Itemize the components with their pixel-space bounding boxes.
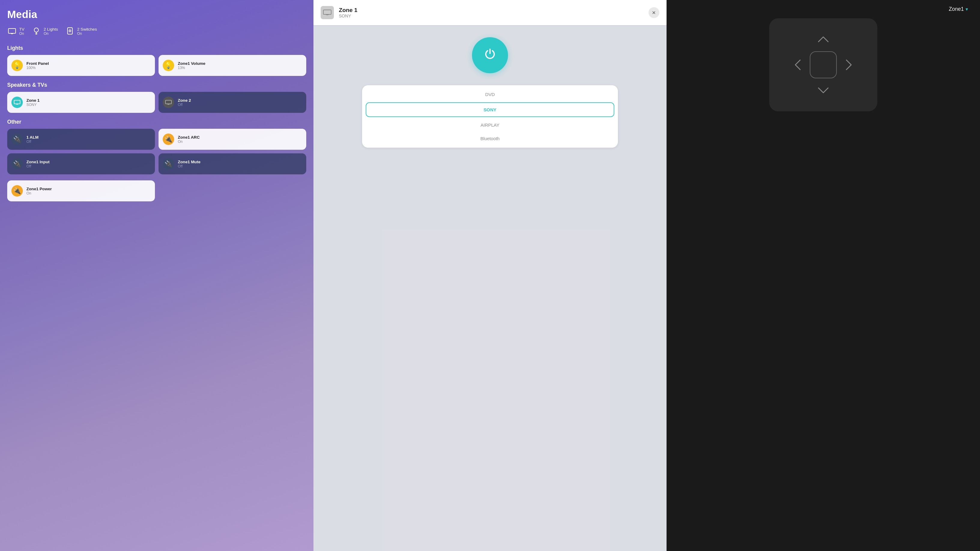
front-panel-name: Front Panel <box>26 61 49 66</box>
other-label: Other <box>7 119 306 125</box>
tv-name: TV <box>19 27 24 32</box>
zone1-input-card[interactable]: 🔌 Zone1 Input Off <box>7 153 155 175</box>
zone1-mute-name: Zone1 Mute <box>178 160 200 164</box>
power-button[interactable] <box>472 37 508 73</box>
modal-header: Zone 1 SONY ✕ <box>313 0 666 25</box>
chevron-down-icon: ▾ <box>966 6 968 12</box>
zone1-volume-name: Zone1 Volume <box>178 61 205 66</box>
zone1-modal: Zone 1 SONY ✕ DVD SONY AIRPLAY Bluetooth <box>313 0 666 551</box>
zone2-card[interactable]: Zone 2 Off <box>159 92 306 113</box>
svg-rect-13 <box>165 100 172 104</box>
zone1-arc-sub: On <box>178 140 200 144</box>
zone1-arc-name: Zone1 ARC <box>178 135 200 140</box>
switch-icon <box>65 26 75 36</box>
svg-point-3 <box>34 28 38 32</box>
zone1-sub: SONY <box>26 103 40 107</box>
zone1-volume-sub: 13% <box>178 66 205 70</box>
zone1-mute-card[interactable]: 🔌 Zone1 Mute Off <box>159 153 306 175</box>
plug-orange-icon-2: 🔌 <box>11 185 23 197</box>
tv-icon <box>7 26 17 36</box>
front-panel-sub: 100% <box>26 66 49 70</box>
zone1-input-sub: Off <box>26 164 49 168</box>
zone1-power-card[interactable]: 🔌 Zone1 Power On <box>7 180 155 202</box>
zone2-sub: Off <box>178 103 191 107</box>
status-tv[interactable]: TV On <box>7 26 24 36</box>
light-icon <box>32 26 41 36</box>
dpad-middle-row <box>789 51 858 78</box>
bulb-icon-2: 💡 <box>163 60 174 71</box>
source-sony[interactable]: SONY <box>366 102 614 117</box>
source-picker: DVD SONY AIRPLAY Bluetooth <box>362 85 617 148</box>
svg-rect-7 <box>68 28 72 34</box>
dpad-up-row <box>814 30 832 48</box>
modal-title: Zone 1 <box>339 7 643 14</box>
zone-label-text: Zone1 <box>949 6 964 12</box>
lights-sub: On <box>43 32 58 36</box>
alm-name: 1 ALM <box>26 135 38 140</box>
front-panel-card[interactable]: 💡 Front Panel 100% <box>7 55 155 76</box>
dpad <box>775 30 871 99</box>
modal-title-group: Zone 1 SONY <box>339 7 643 18</box>
tv-teal-icon <box>11 97 23 108</box>
plug-orange-icon-1: 🔌 <box>163 133 174 145</box>
svg-rect-16 <box>323 10 331 14</box>
source-dvd[interactable]: DVD <box>362 87 617 101</box>
remote-body <box>769 18 877 111</box>
alm-card[interactable]: 🔌 1 ALM Off <box>7 129 155 150</box>
left-panel: Media TV On <box>0 0 313 551</box>
alm-sub: Off <box>26 140 38 144</box>
plug-dark-icon-3: 🔌 <box>163 158 174 170</box>
remote-panel: Zone1 ▾ <box>667 0 980 551</box>
switches-name: 2 Switches <box>77 27 97 32</box>
modal-close-button[interactable]: ✕ <box>649 7 659 18</box>
plug-dark-icon-2: 🔌 <box>11 158 23 170</box>
dpad-down-button[interactable] <box>814 81 832 99</box>
page-title: Media <box>7 8 306 21</box>
zone1-name: Zone 1 <box>26 98 40 103</box>
lights-name: 2 Lights <box>43 27 58 32</box>
dpad-down-row <box>814 81 832 99</box>
power-icon <box>484 48 496 62</box>
zone1-card[interactable]: Zone 1 SONY <box>7 92 155 113</box>
speakers-tvs-label: Speakers & TVs <box>7 82 306 88</box>
zone2-name: Zone 2 <box>178 98 191 103</box>
status-lights[interactable]: 2 Lights On <box>32 26 58 36</box>
svg-rect-10 <box>14 100 20 104</box>
zone1-power-sub: On <box>26 191 52 195</box>
zone1-input-name: Zone1 Input <box>26 160 49 164</box>
zone-label[interactable]: Zone1 ▾ <box>949 6 968 12</box>
svg-rect-0 <box>8 29 16 33</box>
modal-body: DVD SONY AIRPLAY Bluetooth <box>313 25 666 551</box>
source-bluetooth[interactable]: Bluetooth <box>362 132 617 145</box>
tv-gray-icon <box>163 97 174 108</box>
tv-sub: On <box>19 32 24 36</box>
bulb-icon: 💡 <box>11 60 23 71</box>
status-bar: TV On 2 Lights On <box>7 26 306 36</box>
lights-cards: 💡 Front Panel 100% 💡 Zone1 Volume 13% <box>7 55 306 76</box>
modal-subtitle: SONY <box>339 14 643 18</box>
dpad-right-button[interactable] <box>840 56 858 74</box>
modal-device-icon <box>321 6 334 19</box>
switches-sub: On <box>77 32 97 36</box>
lights-section-label: Lights <box>7 45 306 51</box>
svg-point-8 <box>69 30 71 32</box>
remote-header: Zone1 ▾ <box>670 6 977 12</box>
zone1-arc-card[interactable]: 🔌 Zone1 ARC On <box>159 129 306 150</box>
dpad-left-button[interactable] <box>789 56 807 74</box>
zone1-mute-sub: Off <box>178 164 200 168</box>
source-airplay[interactable]: AIRPLAY <box>362 118 617 132</box>
status-switches[interactable]: 2 Switches On <box>65 26 97 36</box>
speakers-cards: Zone 1 SONY Zone 2 Off <box>7 92 306 113</box>
dpad-up-button[interactable] <box>814 30 832 48</box>
zone1-power-name: Zone1 Power <box>26 187 52 191</box>
zone1-volume-card[interactable]: 💡 Zone1 Volume 13% <box>159 55 306 76</box>
dpad-center-button[interactable] <box>810 51 837 78</box>
other-cards: 🔌 1 ALM Off 🔌 Zone1 ARC On 🔌 Zone1 Input… <box>7 129 306 175</box>
plug-dark-icon-1: 🔌 <box>11 133 23 145</box>
